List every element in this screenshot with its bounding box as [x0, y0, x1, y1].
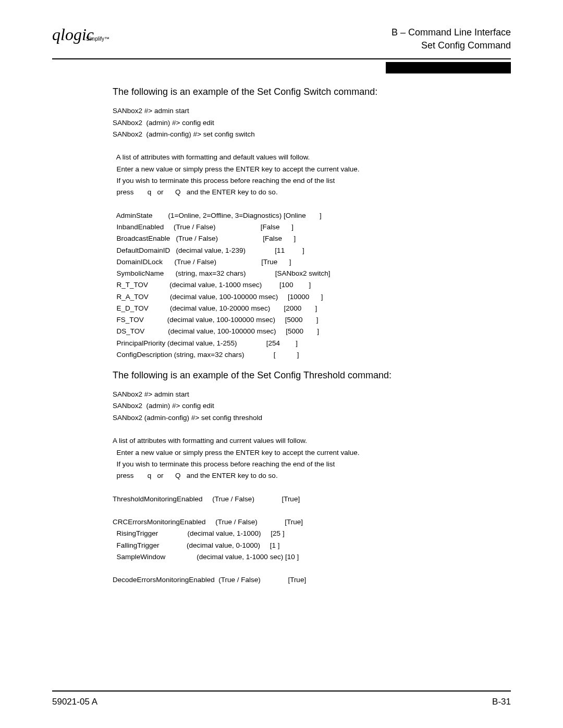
logo: qlogic Simplify™ — [52, 26, 94, 43]
black-bar — [386, 62, 511, 73]
main-content: The following is an example of the Set C… — [52, 87, 511, 586]
section1-intro: The following is an example of the Set C… — [113, 87, 500, 97]
footer-right: B-31 — [492, 697, 511, 707]
page-footer: 59021-05 A B-31 — [52, 690, 511, 707]
header-line-2: Set Config Command — [391, 39, 511, 52]
page-header: qlogic Simplify™ B – Command Line Interf… — [52, 26, 511, 59]
header-title-block: B – Command Line Interface Set Config Co… — [391, 26, 511, 52]
header-line-1: B – Command Line Interface — [391, 26, 511, 39]
section2-code: SANbox2 #> admin start SANbox2 (admin) #… — [113, 389, 500, 586]
section2-intro: The following is an example of the Set C… — [113, 370, 500, 381]
section1-code: SANbox2 #> admin start SANbox2 (admin) #… — [113, 105, 500, 361]
logo-subtitle: Simplify™ — [86, 36, 109, 42]
footer-left: 59021-05 A — [52, 697, 97, 707]
